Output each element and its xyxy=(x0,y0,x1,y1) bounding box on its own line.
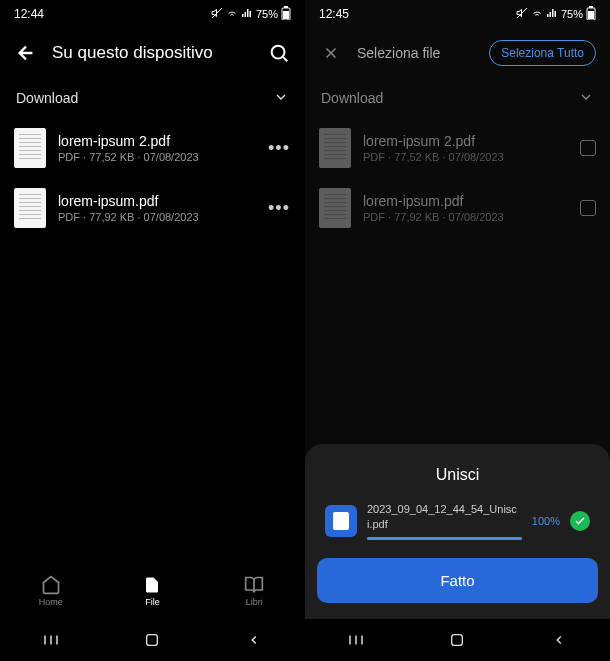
recents-button[interactable] xyxy=(16,631,86,649)
back-button[interactable] xyxy=(14,41,38,65)
recents-button[interactable] xyxy=(321,631,391,649)
file-meta: PDF · 77,52 KB · 07/08/2023 xyxy=(58,151,255,163)
section-label: Download xyxy=(321,90,383,106)
file-meta: PDF · 77,92 KB · 07/08/2023 xyxy=(58,211,255,223)
wifi-icon xyxy=(226,7,238,21)
status-bar: 12:45 75% xyxy=(305,0,610,28)
svg-rect-12 xyxy=(589,6,593,8)
signal-icon xyxy=(546,7,558,21)
battery-icon xyxy=(281,6,291,22)
chevron-down-icon xyxy=(273,89,289,108)
status-time: 12:45 xyxy=(319,7,349,21)
battery-icon xyxy=(586,6,596,22)
progress-percent: 100% xyxy=(532,515,560,527)
bottom-nav: Home File Libri xyxy=(0,563,305,619)
success-check-icon xyxy=(570,511,590,531)
battery-text: 75% xyxy=(561,8,583,20)
merge-details: 2023_09_04_12_44_54_Unisci.pdf xyxy=(367,502,522,540)
status-time: 12:44 xyxy=(14,7,44,21)
file-row[interactable]: lorem-ipsum.pdf PDF · 77,92 KB · 07/08/2… xyxy=(305,178,610,238)
document-icon xyxy=(325,505,357,537)
nav-label: Home xyxy=(39,597,63,607)
svg-point-4 xyxy=(272,46,285,59)
file-thumbnail-icon xyxy=(319,188,351,228)
file-checkbox[interactable] xyxy=(580,140,596,156)
search-button[interactable] xyxy=(267,41,291,65)
sheet-title: Unisci xyxy=(436,466,480,484)
back-button[interactable] xyxy=(524,633,594,647)
progress-bar xyxy=(367,537,522,540)
file-meta: PDF · 77,52 KB · 07/08/2023 xyxy=(363,151,568,163)
file-checkbox[interactable] xyxy=(580,200,596,216)
file-name: lorem-ipsum.pdf xyxy=(58,193,255,209)
file-list: lorem-ipsum 2.pdf PDF · 77,52 KB · 07/08… xyxy=(0,118,305,563)
file-meta: PDF · 77,92 KB · 07/08/2023 xyxy=(363,211,568,223)
book-icon xyxy=(244,575,264,595)
file-row[interactable]: lorem-ipsum 2.pdf PDF · 77,52 KB · 07/08… xyxy=(305,118,610,178)
screen-select: 12:45 75% Seleziona file Seleziona Tutto… xyxy=(305,0,610,661)
nav-label: File xyxy=(145,597,160,607)
screen-browse: 12:44 75% Su questo dispositivo Down xyxy=(0,0,305,661)
chevron-down-icon xyxy=(578,89,594,108)
nav-file[interactable]: File xyxy=(122,575,182,607)
header: Su questo dispositivo xyxy=(0,28,305,78)
section-label: Download xyxy=(16,90,78,106)
wifi-icon xyxy=(531,7,543,21)
status-bar: 12:44 75% xyxy=(0,0,305,28)
merge-sheet: Unisci 2023_09_04_12_44_54_Unisci.pdf 10… xyxy=(305,444,610,619)
progress-fill xyxy=(367,537,522,540)
select-all-button[interactable]: Seleziona Tutto xyxy=(489,40,596,66)
file-row[interactable]: lorem-ipsum 2.pdf PDF · 77,52 KB · 07/08… xyxy=(0,118,305,178)
signal-icon xyxy=(241,7,253,21)
home-button[interactable] xyxy=(117,632,187,648)
nav-label: Libri xyxy=(246,597,263,607)
merge-filename: 2023_09_04_12_44_54_Unisci.pdf xyxy=(367,502,522,531)
more-button[interactable]: ••• xyxy=(267,198,291,219)
file-info: lorem-ipsum 2.pdf PDF · 77,52 KB · 07/08… xyxy=(58,133,255,163)
more-button[interactable]: ••• xyxy=(267,138,291,159)
mute-icon xyxy=(516,7,528,21)
file-thumbnail-icon xyxy=(14,128,46,168)
close-button[interactable] xyxy=(319,41,343,65)
svg-rect-2 xyxy=(284,6,288,8)
svg-rect-19 xyxy=(452,635,463,646)
page-title: Seleziona file xyxy=(357,45,475,61)
file-info: lorem-ipsum 2.pdf PDF · 77,52 KB · 07/08… xyxy=(363,133,568,163)
merge-progress-row: 2023_09_04_12_44_54_Unisci.pdf 100% xyxy=(317,502,598,540)
svg-rect-9 xyxy=(147,635,158,646)
back-button[interactable] xyxy=(219,633,289,647)
file-name: lorem-ipsum 2.pdf xyxy=(363,133,568,149)
file-row[interactable]: lorem-ipsum.pdf PDF · 77,92 KB · 07/08/2… xyxy=(0,178,305,238)
page-title: Su questo dispositivo xyxy=(52,43,253,63)
svg-rect-13 xyxy=(588,11,594,19)
mute-icon xyxy=(211,7,223,21)
file-name: lorem-ipsum 2.pdf xyxy=(58,133,255,149)
done-button[interactable]: Fatto xyxy=(317,558,598,603)
battery-text: 75% xyxy=(256,8,278,20)
file-icon xyxy=(142,575,162,595)
file-info: lorem-ipsum.pdf PDF · 77,92 KB · 07/08/2… xyxy=(58,193,255,223)
status-indicators: 75% xyxy=(211,6,291,22)
system-nav xyxy=(0,619,305,661)
status-indicators: 75% xyxy=(516,6,596,22)
file-thumbnail-icon xyxy=(319,128,351,168)
nav-home[interactable]: Home xyxy=(21,575,81,607)
home-button[interactable] xyxy=(422,632,492,648)
file-name: lorem-ipsum.pdf xyxy=(363,193,568,209)
home-icon xyxy=(41,575,61,595)
svg-rect-3 xyxy=(283,11,289,19)
file-info: lorem-ipsum.pdf PDF · 77,92 KB · 07/08/2… xyxy=(363,193,568,223)
section-dropdown[interactable]: Download xyxy=(305,78,610,118)
nav-books[interactable]: Libri xyxy=(224,575,284,607)
header: Seleziona file Seleziona Tutto xyxy=(305,28,610,78)
system-nav xyxy=(305,619,610,661)
section-dropdown[interactable]: Download xyxy=(0,78,305,118)
file-thumbnail-icon xyxy=(14,188,46,228)
svg-line-5 xyxy=(283,57,287,61)
